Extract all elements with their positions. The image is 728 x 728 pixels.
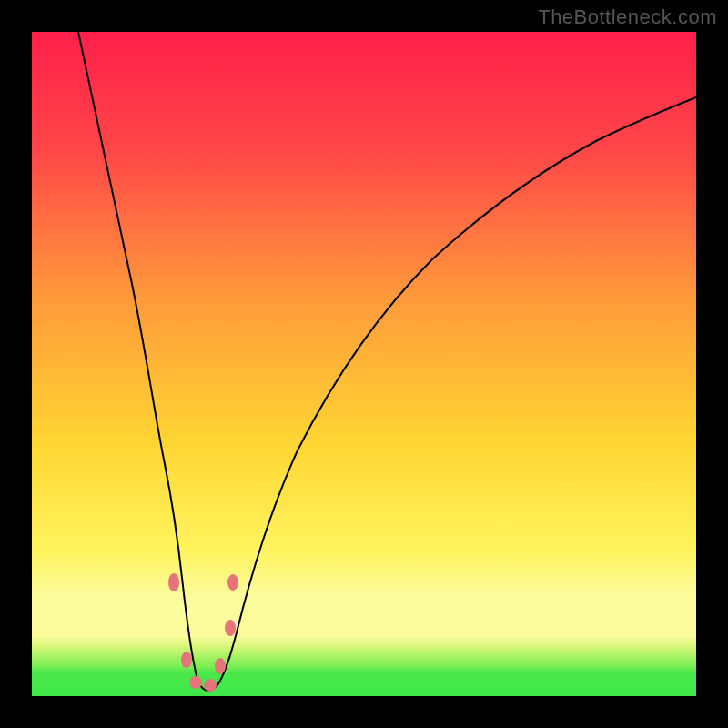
bottleneck-curve <box>32 32 696 696</box>
curve-marker <box>215 658 226 674</box>
curve-path <box>78 32 696 691</box>
watermark-text: TheBottleneck.com <box>538 5 717 29</box>
curve-marker <box>204 679 217 692</box>
curve-marker <box>168 573 179 592</box>
curve-marker <box>228 574 238 591</box>
curve-marker <box>181 652 192 668</box>
curve-marker <box>225 620 236 636</box>
curve-marker <box>189 676 202 689</box>
plot-area <box>32 32 696 696</box>
